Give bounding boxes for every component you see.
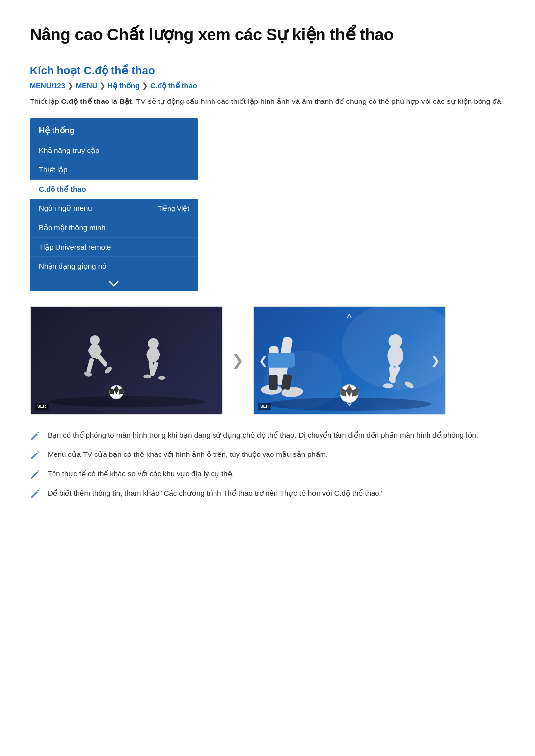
notes-section: Bạn có thể phóng to màn hình trong khi b… — [30, 430, 505, 499]
zoom-arrow-right-icon[interactable]: ❯ — [431, 354, 440, 367]
svg-rect-5 — [86, 358, 94, 373]
svg-rect-25 — [268, 353, 295, 368]
note-text-3: Tên thực tế có thể khác so với các khu v… — [48, 468, 234, 479]
menu-item-universal-remote-label: Tlập Universal remote — [39, 243, 111, 252]
breadcrumb-sep1: ❯ — [67, 81, 74, 90]
svg-point-0 — [49, 396, 204, 408]
intro-bold2: Bật — [119, 97, 132, 105]
watermark-left: SLR — [35, 403, 49, 410]
soccer-right-bg: ^ ⌄ ❮ ❯ SLR — [254, 307, 445, 414]
intro-text-start: Thiết lập — [30, 97, 61, 105]
menu-header: Hệ thống — [30, 118, 198, 141]
transition-arrow: ❯ — [232, 352, 244, 369]
menu-item-language-label: Ngôn ngữ menu — [39, 204, 92, 213]
menu-item-universal-remote[interactable]: Tlập Universal remote — [30, 238, 198, 257]
menu-panel: Hệ thống Khả năng truy cập Thiết lập C.đ… — [30, 118, 198, 291]
breadcrumb-part3: Hệ thống — [107, 81, 140, 90]
menu-item-language[interactable]: Ngôn ngữ menu Tiếng Việt — [30, 199, 198, 218]
pencil-icon-4 — [30, 488, 41, 499]
note-item-2: Menu của TV của bạn có thể khác với hình… — [30, 449, 505, 460]
menu-item-sport-mode-label: C.độ thể thao — [39, 185, 86, 194]
pencil-icon-1 — [30, 430, 41, 441]
menu-item-security-label: Bảo mật thông minh — [39, 223, 106, 232]
note-text-2: Menu của TV của bạn có thể khác với hình… — [48, 449, 328, 460]
menu-chevron-down — [30, 276, 198, 291]
intro-text-end: . TV sẽ tự động cấu hình các thiết lập h… — [132, 97, 503, 105]
zoom-arrow-down-icon[interactable]: ⌄ — [345, 396, 354, 409]
svg-point-8 — [104, 366, 113, 375]
tv-screen-before: SLR — [30, 306, 223, 415]
breadcrumb: MENU/123 ❯ MENU ❯ Hệ thống ❯ C.độ thể th… — [30, 81, 505, 90]
menu-item-sport-mode[interactable]: C.độ thể thao — [30, 180, 198, 199]
watermark-right: SLR — [258, 403, 271, 410]
pencil-icon-3 — [30, 469, 41, 480]
menu-item-settings-label: Thiết lập — [39, 165, 68, 174]
breadcrumb-sep2: ❯ — [99, 81, 106, 90]
svg-point-15 — [143, 375, 151, 379]
breadcrumb-part2: MENU — [76, 82, 97, 90]
note-item-3: Tên thực tế có thể khác so với các khu v… — [30, 468, 505, 480]
note-item-4: Để biết thêm thông tin, tham khảo "Các c… — [30, 488, 505, 499]
soccer-left-bg: SLR — [31, 307, 222, 414]
menu-item-voice-label: Nhận dạng giọng nói — [39, 262, 107, 271]
svg-point-2 — [90, 335, 100, 345]
svg-point-16 — [158, 376, 166, 380]
breadcrumb-part1: MENU/123 — [30, 82, 65, 90]
zoom-arrow-up-icon[interactable]: ^ — [347, 312, 352, 325]
menu-item-accessibility[interactable]: Khả năng truy cập — [30, 141, 198, 160]
main-title: Nâng cao Chất lượng xem các Sự kiện thể … — [30, 25, 505, 44]
menu-item-voice[interactable]: Nhận dạng giọng nói — [30, 257, 198, 276]
note-text-1: Bạn có thể phóng to màn hình trong khi b… — [48, 430, 478, 441]
pencil-icon-2 — [30, 450, 41, 460]
intro-paragraph: Thiết lập C.độ thể thao là Bật. TV sẽ tự… — [30, 96, 505, 107]
intro-bold1: C.độ thể thao — [61, 97, 109, 105]
svg-point-34 — [383, 383, 393, 388]
note-text-4: Để biết thêm thông tin, tham khảo "Các c… — [48, 488, 384, 499]
svg-point-7 — [84, 371, 93, 378]
breadcrumb-part4: C.độ thể thao — [150, 81, 197, 90]
section-title: Kích hoạt C.độ thể thao — [30, 64, 505, 77]
zoom-arrow-left-icon[interactable]: ❮ — [259, 354, 268, 367]
note-item-1: Bạn có thể phóng to màn hình trong khi b… — [30, 430, 505, 441]
tv-screen-after: ^ ⌄ ❮ ❯ SLR — [253, 306, 446, 415]
chevron-down-icon — [108, 280, 119, 287]
svg-rect-26 — [269, 375, 278, 390]
intro-text-mid: là — [109, 97, 119, 105]
svg-rect-6 — [96, 354, 108, 368]
menu-item-security[interactable]: Bảo mật thông minh — [30, 218, 198, 238]
soccer-illustration-left — [31, 307, 222, 414]
menu-item-language-value: Tiếng Việt — [158, 204, 189, 212]
menu-item-settings[interactable]: Thiết lập — [30, 160, 198, 180]
breadcrumb-sep3: ❯ — [142, 81, 148, 90]
images-row: SLR ❯ — [30, 306, 505, 415]
menu-item-accessibility-label: Khả năng truy cập — [39, 146, 99, 155]
